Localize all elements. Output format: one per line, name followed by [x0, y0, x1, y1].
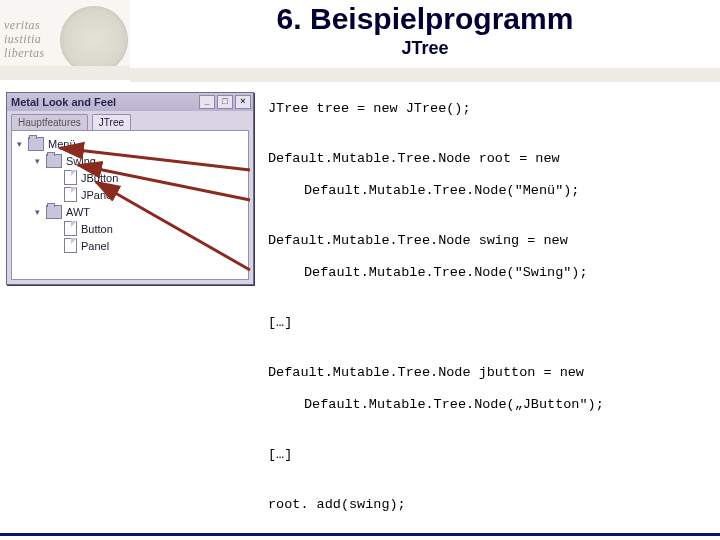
tree-label: Button	[81, 223, 113, 235]
tree-label: JButton	[81, 172, 118, 184]
seal-icon	[60, 6, 128, 74]
university-motto: veritas iustitia libertas	[4, 18, 64, 60]
window-tabs: Hauptfeatures JTree	[7, 111, 253, 130]
tree-label: Menü	[48, 138, 76, 150]
code-line: Default.Mutable.Tree.Node("Menü");	[268, 182, 710, 200]
demo-app-window: Metal Look and Feel _ □ × Hauptfeatures …	[6, 92, 254, 285]
close-button[interactable]: ×	[235, 95, 251, 109]
tree-label: Panel	[81, 240, 109, 252]
motto-line: iustitia	[4, 32, 64, 46]
file-icon	[64, 187, 77, 202]
spacer	[50, 241, 60, 251]
code-line: JTree tree = new JTree();	[268, 100, 710, 118]
tree-node-leaf[interactable]: JButton	[14, 169, 246, 186]
header-bar	[130, 66, 720, 82]
spacer	[50, 190, 60, 200]
slide-subtitle: JTree	[130, 38, 720, 59]
file-icon	[64, 170, 77, 185]
maximize-button[interactable]: □	[217, 95, 233, 109]
tree-label: JPanel	[81, 189, 115, 201]
slide-title: 6. Beispielprogramm	[130, 2, 720, 36]
minimize-button[interactable]: _	[199, 95, 215, 109]
tree-node-leaf[interactable]: Button	[14, 220, 246, 237]
tab-hauptfeatures[interactable]: Hauptfeatures	[11, 114, 88, 130]
window-titlebar: Metal Look and Feel _ □ ×	[7, 93, 253, 111]
motto-line: libertas	[4, 46, 64, 60]
tree-node-leaf[interactable]: JPanel	[14, 186, 246, 203]
tree-node-swing[interactable]: ▾ Swing	[14, 152, 246, 169]
tree-node-root[interactable]: ▾ Menü	[14, 135, 246, 152]
code-listing: JTree tree = new JTree(); Default.Mutabl…	[268, 100, 710, 540]
file-icon	[64, 221, 77, 236]
code-ellipsis: […]	[268, 446, 710, 464]
code-ellipsis: […]	[268, 314, 710, 332]
code-line: Default.Mutable.Tree.Node root = new	[268, 150, 710, 168]
code-line: Default.Mutable.Tree.Node("Swing");	[268, 264, 710, 282]
folder-icon	[28, 137, 44, 151]
file-icon	[64, 238, 77, 253]
spacer	[50, 173, 60, 183]
code-line: Default.Mutable.Tree.Node jbutton = new	[268, 364, 710, 382]
expander-icon[interactable]: ▾	[14, 139, 24, 149]
code-line: Default.Mutable.Tree.Node swing = new	[268, 232, 710, 250]
footer-rule	[0, 533, 720, 536]
spacer	[50, 224, 60, 234]
code-line: root. add(swing);	[268, 496, 710, 514]
motto-line: veritas	[4, 18, 64, 32]
header-bar	[0, 66, 130, 80]
window-title: Metal Look and Feel	[11, 96, 116, 108]
code-line: Default.Mutable.Tree.Node(„JButton");	[268, 396, 710, 414]
expander-icon[interactable]: ▾	[32, 156, 42, 166]
slide-title-block: 6. Beispielprogramm JTree	[130, 0, 720, 59]
tree-label: AWT	[66, 206, 90, 218]
expander-icon[interactable]: ▾	[32, 207, 42, 217]
tree-node-leaf[interactable]: Panel	[14, 237, 246, 254]
folder-icon	[46, 205, 62, 219]
tree-label: Swing	[66, 155, 96, 167]
folder-icon	[46, 154, 62, 168]
tree-node-awt[interactable]: ▾ AWT	[14, 203, 246, 220]
tree-panel: ▾ Menü ▾ Swing JButton JPanel ▾ AWT But	[11, 130, 249, 280]
tab-jtree[interactable]: JTree	[92, 114, 131, 130]
